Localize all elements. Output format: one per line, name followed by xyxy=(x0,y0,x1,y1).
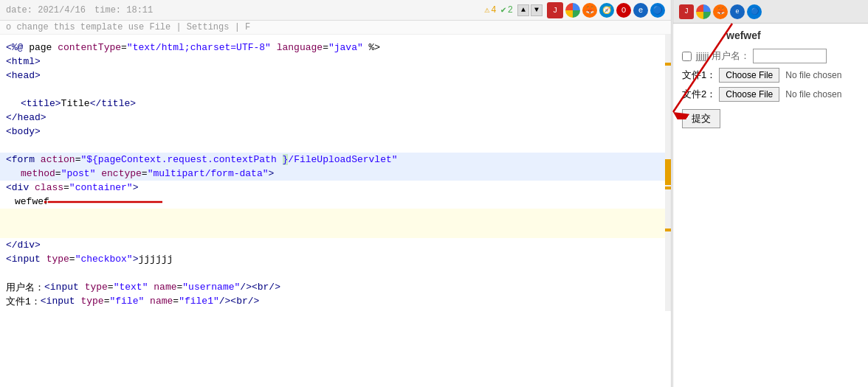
meta-time: time: 18:11 xyxy=(94,5,153,15)
code-line-blank xyxy=(0,223,671,238)
form-row-submit: 提交 xyxy=(682,106,859,128)
chrome-icon-preview xyxy=(696,4,711,19)
jetbrains-icon-preview: J xyxy=(679,4,694,19)
code-line-wefwef: wefwef xyxy=(0,195,671,209)
opera-icon[interactable]: O xyxy=(616,3,631,18)
jetbrains-icon[interactable]: J xyxy=(547,2,563,18)
code-line-form-action: <form action = "${pageContext.request.co… xyxy=(0,153,671,167)
check-count: 2 xyxy=(508,5,513,15)
check-icon: ✔ xyxy=(501,4,506,15)
file2-status: No file chosen xyxy=(785,89,841,100)
scroll-marker xyxy=(665,63,671,66)
editor-toolbar: ⚠ 4 ✔ 2 ▲ ▼ J 🦊 🧭 O e � xyxy=(484,2,665,18)
code-line: </head> xyxy=(0,111,671,125)
meta-instruction: o change this template use File | Settin… xyxy=(6,22,250,32)
scroll-marker xyxy=(665,229,671,231)
browser-header: J 🦊 e 🔵 xyxy=(673,0,868,24)
warning-count: 4 xyxy=(491,5,496,15)
wefwef-text: wefwef xyxy=(15,196,49,207)
edge-icon[interactable]: 🔵 xyxy=(650,3,665,18)
firefox-icon-preview: 🦊 xyxy=(713,4,728,19)
code-line: <body> xyxy=(0,125,671,139)
code-line: <title>Title</title> xyxy=(0,97,671,111)
file1-button[interactable]: Choose File xyxy=(719,68,779,83)
form-row-file1: 文件1： Choose File No file chosen xyxy=(682,68,859,83)
username-input[interactable] xyxy=(753,49,827,63)
file1-label: 文件1： xyxy=(682,69,716,82)
file2-label: 文件2： xyxy=(682,88,716,101)
editor-panel: date: 2021/4/16 time: 18:11 ⚠ 4 ✔ 2 ▲ ▼ … xyxy=(0,0,672,387)
code-line: <html> xyxy=(0,55,671,69)
meta-instruction-line: o change this template use File | Settin… xyxy=(0,21,671,35)
scrollbar-thumb[interactable] xyxy=(665,159,671,185)
checkbox-input[interactable] xyxy=(682,52,692,61)
firefox-icon[interactable]: 🦊 xyxy=(582,3,597,18)
browser-icons: J 🦊 e 🔵 xyxy=(679,4,762,19)
submit-button[interactable]: 提交 xyxy=(682,109,720,128)
scrollbar-track[interactable] xyxy=(665,35,671,311)
code-line: <%@ page contentType = "text/html;charse… xyxy=(0,41,671,55)
code-line-blank xyxy=(0,266,671,280)
meta-date: date: 2021/4/16 xyxy=(6,5,86,15)
file2-button[interactable]: Choose File xyxy=(719,87,779,102)
code-line-form-method: method = "post" enctype = "multipart/for… xyxy=(0,167,671,181)
nav-arrows: ▲ ▼ xyxy=(517,4,542,16)
editor-meta: date: 2021/4/16 time: 18:11 xyxy=(6,5,153,15)
preview-panel: J 🦊 e 🔵 wefwef xyxy=(672,0,868,387)
safari-icon[interactable]: 🧭 xyxy=(599,3,614,18)
code-line: </div> xyxy=(0,238,671,252)
code-area[interactable]: <%@ page contentType = "text/html;charse… xyxy=(0,35,671,311)
preview-content: wefwef jjjjjj 用户名： 文件1： Choose File No f… xyxy=(673,24,868,387)
editor-header: date: 2021/4/16 time: 18:11 ⚠ 4 ✔ 2 ▲ ▼ … xyxy=(0,0,671,21)
nav-down-arrow[interactable]: ▼ xyxy=(531,4,542,16)
checkbox-label: jjjjjj 用户名： xyxy=(696,49,750,63)
browser-toolbar: J 🦊 🧭 O e 🔵 xyxy=(547,2,665,18)
form-row-checkbox: jjjjjj 用户名： xyxy=(682,49,859,63)
code-line-username: 用户名： <input type = "text" name = "userna… xyxy=(0,280,671,294)
code-line: <div class = "container" > xyxy=(0,181,671,195)
code-line xyxy=(0,139,671,153)
nav-up-arrow[interactable]: ▲ xyxy=(517,4,529,16)
code-line: <head> xyxy=(0,69,671,83)
form-row-file2: 文件2： Choose File No file chosen xyxy=(682,87,859,102)
scroll-marker xyxy=(665,186,671,189)
edge-icon-preview: 🔵 xyxy=(747,4,762,19)
code-line-blank xyxy=(0,209,671,223)
file1-status: No file chosen xyxy=(785,70,841,80)
preview-title: wefwef xyxy=(726,29,859,41)
check-badge: ✔ 2 xyxy=(501,4,513,15)
code-line-file1: 文件1： <input type = "file" name = "file1"… xyxy=(0,294,671,308)
code-line xyxy=(0,83,671,97)
chrome-icon[interactable] xyxy=(565,3,580,18)
warning-icon: ⚠ xyxy=(484,4,489,15)
code-line-checkbox: <input type = "checkbox" > jjjjjj xyxy=(0,252,671,266)
warning-badge: ⚠ 4 xyxy=(484,4,496,15)
ie-icon[interactable]: e xyxy=(633,3,648,18)
ie-icon-preview: e xyxy=(730,4,745,19)
